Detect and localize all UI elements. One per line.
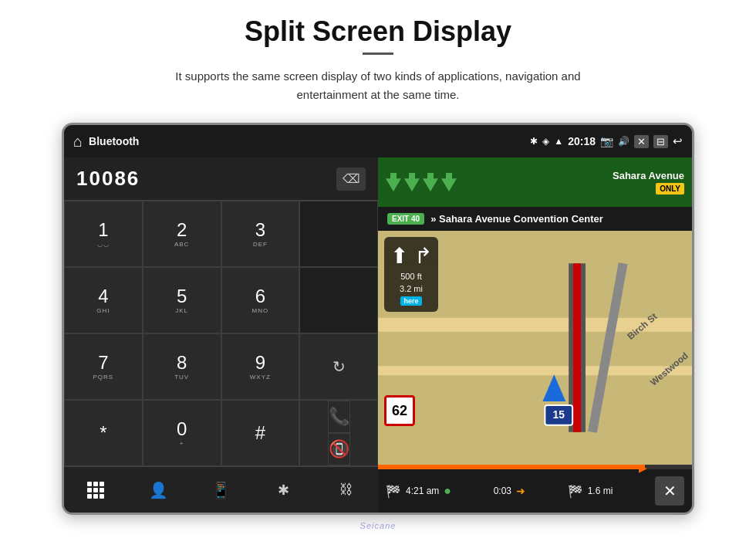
key-hash[interactable]: # <box>221 400 300 466</box>
nav-contacts-icon[interactable]: 👤 <box>143 475 174 506</box>
exit-badge: EXIT 40 <box>387 213 424 225</box>
key-refresh[interactable]: ↻ <box>299 333 378 400</box>
nav-bottom-bar: 🏁 4:21 am ● 0:03 ➜ 🏁 1.6 mi ✕ <box>378 469 692 513</box>
close-window-icon[interactable]: ✕ <box>634 135 649 148</box>
back-icon[interactable]: ↩ <box>673 134 683 148</box>
status-bar: ⌂ Bluetooth ✱ ◈ ▲ 20:18 📷 🔊 ✕ ⊟ ↩ <box>64 125 692 157</box>
location-icon: ◈ <box>542 136 549 147</box>
right-turn-arrow-icon: ↱ <box>414 243 432 269</box>
key-star[interactable]: * <box>64 400 143 466</box>
page-title: Split Screen Display <box>245 15 511 48</box>
speed-limit-sign: 62 <box>384 395 415 426</box>
status-bar-left: ⌂ Bluetooth <box>73 133 139 151</box>
only-sign: ONLY <box>656 183 684 195</box>
key-empty-2 <box>299 267 378 333</box>
nav-phone-icon[interactable]: 📱 <box>205 475 236 506</box>
wifi-icon: ▲ <box>554 136 563 147</box>
turn-icons: ⬆ ↱ <box>390 243 432 269</box>
key-3[interactable]: 3 DEF <box>221 201 300 267</box>
lane-arrow-2 <box>404 173 420 191</box>
lane-arrow-4 <box>441 173 457 191</box>
nav-bluetooth-icon[interactable]: ✱ <box>268 475 299 506</box>
camera-icon[interactable]: 📷 <box>600 135 613 147</box>
call-button[interactable]: 📞 <box>328 401 350 433</box>
route-start-info: 🏁 4:21 am ● <box>386 484 451 499</box>
title-divider <box>363 52 393 55</box>
route-elapsed-info: 0:03 ➜ <box>494 485 525 497</box>
distance-feet-label: 500 ft <box>400 272 422 281</box>
status-bar-app-label: Bluetooth <box>89 135 139 147</box>
route-distance: 1.6 mi <box>588 486 613 496</box>
close-nav-button[interactable]: ✕ <box>655 476 684 506</box>
keypad: 1 ◡◡ 2 ABC 3 DEF 4 GHI 5 <box>64 201 378 466</box>
status-bar-right: ✱ ◈ ▲ 20:18 📷 🔊 ✕ ⊟ ↩ <box>530 134 683 148</box>
dialer-number: 10086 <box>76 167 140 191</box>
green-dot-icon: ● <box>444 484 451 498</box>
turn-arrows-panel: ⬆ ↱ 500 ft 3.2 mi here <box>384 237 438 312</box>
bluetooth-status-icon: ✱ <box>530 136 538 147</box>
page-subtitle: It supports the same screen display of t… <box>139 67 617 104</box>
lane-arrow-3 <box>423 173 438 191</box>
minimize-window-icon[interactable]: ⊟ <box>653 135 668 148</box>
volume-icon[interactable]: 🔊 <box>618 136 629 147</box>
highway-dest-group: Sahara Avenue ONLY <box>613 170 684 195</box>
route-progress-bar: ▶ <box>378 465 692 469</box>
route-elapsed-time: 0:03 <box>494 486 511 496</box>
map-area: Birch St Westwood 15 ⬆ ↱ 500 ft 3.2 mi <box>378 231 692 465</box>
split-screen: 10086 ⌫ 1 ◡◡ 2 ABC 3 DEF <box>64 157 692 513</box>
route-start-flag-icon: 🏁 <box>386 484 401 499</box>
here-logo: here <box>400 296 421 306</box>
route-arrow-icon: ➜ <box>516 485 525 497</box>
dialer-nav: 👤 📱 ✱ ⛓ <box>64 466 378 513</box>
lane-arrow-1 <box>386 173 401 191</box>
straight-arrow-icon: ⬆ <box>390 243 408 269</box>
nav-panel: Sahara Avenue ONLY EXIT 40 » Sahara Aven… <box>378 157 692 513</box>
key-7[interactable]: 7 PQRS <box>64 333 143 400</box>
key-5[interactable]: 5 JKL <box>143 267 221 333</box>
route-progress-fill <box>378 465 645 469</box>
nav-instruction-bar: EXIT 40 » Sahara Avenue Convention Cente… <box>378 207 692 231</box>
key-9[interactable]: 9 WXYZ <box>221 333 300 400</box>
svg-text:15: 15 <box>553 408 565 421</box>
key-empty-1 <box>299 201 378 267</box>
device-frame: ⌂ Bluetooth ✱ ◈ ▲ 20:18 📷 🔊 ✕ ⊟ ↩ 10086 … <box>62 123 694 515</box>
lane-arrows <box>386 173 457 191</box>
nav-link-icon[interactable]: ⛓ <box>331 475 362 506</box>
route-start-time: 4:21 am <box>406 486 439 496</box>
dialer-display: 10086 ⌫ <box>64 157 378 201</box>
key-6[interactable]: 6 MNO <box>221 267 300 333</box>
key-call-end-group: 📞 📵 <box>299 400 378 466</box>
progress-arrow-icon: ▶ <box>639 462 647 474</box>
nav-grid-icon[interactable] <box>80 475 111 506</box>
highway-signs: Sahara Avenue ONLY <box>378 157 692 207</box>
key-1[interactable]: 1 ◡◡ <box>64 201 143 267</box>
end-call-button[interactable]: 📵 <box>328 433 350 465</box>
route-end-flag-icon: 🏁 <box>568 484 583 499</box>
dialer-panel: 10086 ⌫ 1 ◡◡ 2 ABC 3 DEF <box>64 157 378 513</box>
key-0[interactable]: 0 + <box>143 400 221 466</box>
key-4[interactable]: 4 GHI <box>64 267 143 333</box>
nav-instruction-text: » Sahara Avenue Convention Center <box>430 213 603 225</box>
distance-miles-label: 3.2 mi <box>400 284 423 293</box>
key-8[interactable]: 8 TUV <box>143 333 221 400</box>
key-2[interactable]: 2 ABC <box>143 201 221 267</box>
home-icon[interactable]: ⌂ <box>73 133 83 151</box>
status-time: 20:18 <box>568 135 596 147</box>
highway-destination: Sahara Avenue <box>613 170 684 181</box>
route-end-info: 🏁 1.6 mi <box>568 484 613 499</box>
backspace-button[interactable]: ⌫ <box>336 167 366 191</box>
